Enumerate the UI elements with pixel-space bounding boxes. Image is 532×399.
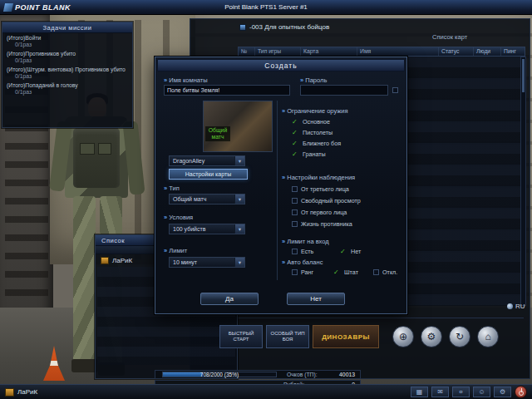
limit-label: Лимит (164, 247, 187, 254)
logo-text: POINT BLANK (15, 3, 71, 12)
room-table-header: № Тип игры Карта Имя Статус Люди Пинг (238, 47, 525, 57)
dialog-divider (277, 101, 278, 280)
mail-icon[interactable]: ✉ (431, 387, 449, 397)
map-preview: Общий матч (203, 101, 273, 152)
create-room-dialog: Создать Имя комнаты Пароль Общий матч Dr… (155, 57, 407, 314)
check-icon (333, 269, 341, 276)
checkbox-icon (292, 186, 298, 192)
check-icon (292, 151, 299, 158)
mission-name: (Итого)Противников убито (7, 51, 128, 57)
room-name-label: Имя комнаты (164, 76, 208, 84)
weapon-option-primary[interactable]: Основное (292, 118, 330, 126)
check-icon (292, 140, 299, 147)
column-map[interactable]: Карта (301, 47, 357, 56)
exp-status-row: 708/2000 (35%) Очков (ТП): 40013 (155, 370, 361, 379)
soldier-vest (73, 128, 120, 188)
column-people[interactable]: Люди (474, 47, 501, 56)
home-icon[interactable] (477, 326, 499, 347)
column-number[interactable]: № (239, 47, 255, 56)
password-label: Пароль (300, 76, 327, 84)
entry-limit-header: Лимит на вход (282, 238, 329, 245)
mission-progress: 0/1раз (7, 73, 128, 80)
dialog-title: Создать (157, 59, 405, 71)
observation-section-header: Настройки наблюдения (282, 174, 355, 181)
quick-start-button[interactable]: БЫСТРЫЙ СТАРТ (219, 325, 263, 348)
checkbox-icon (373, 269, 379, 275)
room-table-scrollbar[interactable] (520, 57, 526, 306)
checkbox-icon (292, 221, 298, 227)
special-mode-button[interactable]: ОСОБЫЙ ТИП БОЯ (266, 325, 309, 348)
type-select[interactable]: Общий матч (169, 194, 245, 204)
dinosaurs-button[interactable]: ДИНОЗАВРЫ (313, 325, 379, 348)
refresh-icon[interactable] (449, 326, 470, 347)
mission-item: (Итого)Противников убито 0/1раз (2, 49, 132, 65)
weapon-option-pistols[interactable]: Пистолеты (292, 129, 332, 136)
type-label: Тип (164, 185, 180, 192)
observe-third-person[interactable]: От третьего лица (292, 185, 349, 193)
mission-name: (Итого)Попаданий в голову (7, 82, 128, 89)
entry-limit-yes[interactable]: Есть (292, 248, 313, 255)
power-button[interactable] (515, 386, 527, 398)
conditions-select[interactable]: 100 убийств (169, 224, 245, 234)
observe-enemy-health[interactable]: Жизнь противника (292, 220, 352, 228)
inventory-icon[interactable]: ▦ (411, 387, 428, 397)
mission-progress: 0/1раз (7, 89, 128, 96)
titlebar: POINT BLANK Point Blank PTS1 Server #1 (0, 0, 532, 15)
mission-panel-header: Задачи миссии (2, 22, 132, 33)
soldier-pouch (98, 143, 111, 155)
balance-staff[interactable]: Штат (333, 268, 358, 276)
mission-progress: 0/1раз (7, 42, 128, 48)
check-icon (292, 130, 299, 136)
cancel-button[interactable]: Нет (287, 293, 345, 305)
game-logo: POINT BLANK (0, 3, 125, 12)
gear-icon[interactable] (421, 326, 442, 347)
checkbox-icon (292, 209, 298, 215)
room-name-input[interactable] (164, 85, 290, 96)
limit-select[interactable]: 10 минут (169, 257, 245, 268)
mission-panel: Задачи миссии (Итого)Войти 0/1раз (Итого… (2, 22, 133, 128)
bottom-bar: ЛаРиК ▦ ✉ ¤ ☺ ⚙ (0, 384, 532, 399)
weapon-option-grenades[interactable]: Гранаты (292, 150, 326, 158)
server-title: Point Blank PTS1 Server #1 (125, 3, 532, 11)
soldier-leg (73, 196, 96, 362)
game-screen: POINT BLANK Point Blank PTS1 Server #1 -… (0, 0, 532, 399)
scrollbar-thumb[interactable] (522, 59, 525, 92)
column-name[interactable]: Имя (357, 47, 439, 56)
column-status[interactable]: Статус (439, 47, 474, 56)
power-icon-bar (521, 388, 522, 392)
player-name: ЛаРиК (112, 257, 132, 264)
check-icon (340, 249, 347, 255)
conditions-label: Условия (164, 214, 193, 221)
balance-off[interactable]: Откл. (373, 268, 397, 276)
checkbox-icon (292, 269, 298, 275)
soldier-pouch (80, 143, 95, 155)
mission-name: (Итого)(Штурм. винтовка) Противников уби… (7, 66, 128, 73)
points-value: 40013 (339, 372, 355, 377)
checkbox-icon (292, 198, 298, 204)
settings-icon[interactable]: ⚙ (494, 387, 511, 397)
observe-free-view[interactable]: Свободный просмотр (292, 197, 361, 204)
map-select[interactable]: DragonAlley (169, 155, 245, 166)
password-checkbox[interactable] (392, 87, 398, 93)
room-title: -003 Для опытных бойцов (239, 23, 329, 31)
map-settings-button[interactable]: Настройки карты (169, 169, 248, 180)
locale-indicator: RU (507, 303, 525, 310)
observe-first-person[interactable]: От первого лица (292, 209, 347, 216)
friends-icon[interactable]: ☺ (473, 387, 490, 397)
bottom-player-name: ЛаРиК (17, 388, 37, 396)
password-input[interactable] (300, 85, 388, 96)
map-mode-badge: Общий матч (205, 126, 230, 141)
confirm-button[interactable]: Да (200, 293, 259, 305)
bottom-icons: ▦ ✉ ¤ ☺ ⚙ (411, 386, 532, 398)
checkbox-icon (292, 249, 298, 254)
column-game-type[interactable]: Тип игры (255, 47, 301, 56)
player-chip[interactable]: ЛаРиК (0, 388, 37, 397)
logo-icon (3, 3, 13, 12)
column-ping[interactable]: Пинг (501, 47, 525, 56)
balance-rank[interactable]: Ранг (292, 268, 313, 276)
entry-limit-no[interactable]: Нет (340, 248, 361, 255)
weapon-option-melee[interactable]: Ближнего боя (292, 140, 341, 147)
globe-icon[interactable] (392, 326, 414, 347)
player-card-icon (5, 388, 14, 397)
shop-icon[interactable]: ¤ (452, 387, 470, 397)
